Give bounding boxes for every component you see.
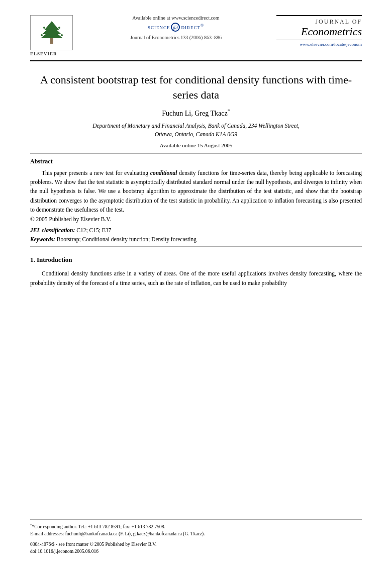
page-header: ELSEVIER Available online at www.science… — [30, 15, 362, 56]
journal-info: Journal of Econometrics 133 (2006) 863–8… — [80, 35, 271, 40]
keywords-divider — [30, 246, 362, 247]
direct-text: direct® — [181, 23, 204, 31]
elsevier-logo: ELSEVIER — [30, 15, 75, 56]
header-divider — [30, 60, 362, 61]
keywords-label: Keywords: — [30, 236, 55, 242]
introduction-section: 1. Introduction Conditional density func… — [30, 256, 362, 288]
footer-note: **Corresponding author. Tel.: +1 613 782… — [30, 523, 362, 538]
abstract-divider-top — [30, 153, 362, 154]
doi-line: doi:10.1016/j.jeconom.2005.06.016 — [30, 548, 362, 555]
abstract-body: This paper presents a new test for evalu… — [30, 168, 362, 215]
available-online-text: Available online at www.sciencedirect.co… — [80, 15, 271, 21]
elsevier-label: ELSEVIER — [30, 51, 75, 56]
svg-point-6 — [41, 34, 43, 36]
email-line: E-mail addresses: fuchunli@bankofcanada.… — [30, 530, 362, 537]
available-date: Available online 15 August 2005 — [30, 142, 362, 148]
journal-brand: JOURNAL OF Econometrics www.elsevier.com… — [276, 15, 362, 47]
journal-title-of: JOURNAL OF — [276, 18, 362, 26]
journal-title-name: Econometrics — [276, 26, 362, 38]
journal-top-line: JOURNAL OF Econometrics — [276, 15, 362, 40]
page-footer: **Corresponding author. Tel.: +1 613 782… — [30, 519, 362, 555]
jel-codes: C12; C15; E37 — [76, 227, 111, 233]
article-title: A consistent bootstrap test for conditio… — [30, 72, 362, 102]
jel-label: JEL classification: — [30, 227, 75, 233]
abstract-label: Abstract — [30, 158, 362, 165]
affiliation-line2: Ottawa, Ontario, Canada K1A 0G9 — [30, 130, 362, 139]
journal-url[interactable]: www.elsevier.com/locate/jeconom — [276, 42, 362, 47]
affiliation-line1: Department of Monetary and Financial Ana… — [30, 122, 362, 130]
svg-point-4 — [43, 27, 45, 29]
article-title-section: A consistent bootstrap test for conditio… — [30, 72, 362, 102]
issn-line: 0304-4076/$ - see front matter © 2005 Pu… — [30, 541, 362, 548]
page: ELSEVIER Available online at www.science… — [0, 0, 392, 570]
svg-rect-0 — [50, 38, 53, 44]
footer-issn: 0304-4076/$ - see front matter © 2005 Pu… — [30, 541, 362, 555]
keywords-section: Keywords: Bootstrap; Conditional density… — [30, 236, 362, 242]
affiliation-section: Department of Monetary and Financial Ana… — [30, 122, 362, 139]
abstract-section: Abstract This paper presents a new test … — [30, 158, 362, 223]
jel-section: JEL classification: C12; C15; E37 — [30, 227, 362, 233]
header-center: Available online at www.sciencedirect.co… — [75, 15, 276, 40]
authors-text: Fuchun Li, Greg Tkacz* — [162, 110, 230, 117]
science-text: science — [148, 23, 170, 31]
introduction-heading: 1. Introduction — [30, 256, 362, 264]
copyright-line: © 2005 Published by Elsevier B.V. — [30, 216, 362, 222]
sciencedirect-logo: science @ direct® — [80, 23, 271, 32]
svg-point-7 — [61, 34, 63, 36]
introduction-paragraph: Conditional density functions arise in a… — [30, 269, 362, 288]
corresponding-author: **Corresponding author. Tel.: +1 613 782… — [30, 523, 362, 530]
keywords-values: Bootstrap; Conditional density function;… — [57, 236, 197, 242]
at-icon: @ — [171, 23, 180, 32]
authors-section: Fuchun Li, Greg Tkacz* — [30, 108, 362, 118]
svg-point-5 — [58, 27, 60, 29]
